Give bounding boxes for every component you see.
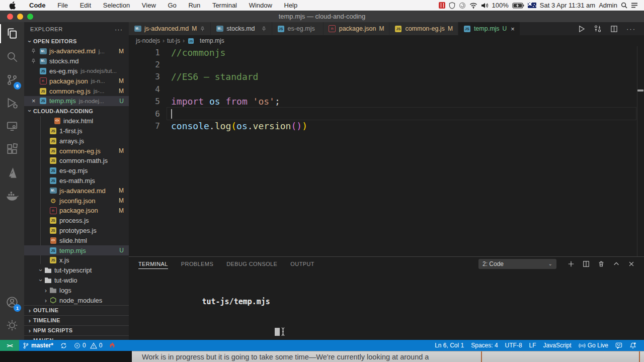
open-editor-item[interactable]: × js-advanced.md j... M xyxy=(24,46,129,56)
language-mode[interactable]: JavaScript xyxy=(540,340,575,351)
tree-item[interactable]: slide.html xyxy=(24,235,129,245)
sidebar-section-header[interactable]: TIMELINE xyxy=(24,315,129,325)
menu-item[interactable]: Run xyxy=(183,2,205,9)
tree-item[interactable]: logs xyxy=(24,285,129,295)
go-live-button[interactable]: Go Live xyxy=(575,340,612,351)
editor-tab[interactable]: package.json M × xyxy=(324,22,390,35)
open-editor-item[interactable]: × temp.mjs js-nodej... U xyxy=(24,96,129,106)
remote-indicator[interactable]: >< xyxy=(0,340,19,351)
menubar-user[interactable]: Admin xyxy=(599,2,617,9)
open-editors-header[interactable]: OPEN EDITORS xyxy=(24,36,129,46)
code-line[interactable]: console . log ( os . version xyxy=(129,120,644,132)
workspace-folder-header[interactable]: CLOUD-AND-CODING xyxy=(24,106,129,116)
code-line[interactable]: //commonjs xyxy=(129,46,644,58)
explorer-more-actions-icon[interactable]: ··· xyxy=(115,26,123,33)
feedback-icon[interactable] xyxy=(612,340,626,351)
panel-tab[interactable]: PROBLEMS xyxy=(181,257,213,270)
editor-tab[interactable]: common-eg.js M × xyxy=(389,22,458,35)
screen-record-icon[interactable] xyxy=(439,2,445,10)
spotlight-search-icon[interactable] xyxy=(621,2,627,10)
split-editor-icon[interactable] xyxy=(610,25,618,33)
tree-item[interactable]: x.js xyxy=(24,255,129,265)
code-editor[interactable]: //commonjs //ES6 — standard xyxy=(129,46,644,256)
tree-item[interactable]: common-math.js xyxy=(24,156,129,166)
code-line[interactable]: //ES6 — standard xyxy=(129,71,644,83)
sidebar-section-header[interactable]: MAVEN xyxy=(24,335,129,340)
breadcrumb-item[interactable]: tut-js xyxy=(167,37,180,44)
sync-changes-button[interactable] xyxy=(57,340,70,351)
volume-icon[interactable] xyxy=(481,2,489,10)
azure-icon[interactable] xyxy=(0,161,24,184)
indentation-setting[interactable]: Spaces: 4 xyxy=(467,340,501,351)
editor-tab[interactable]: stocks.md × xyxy=(211,22,272,35)
extensions-icon[interactable] xyxy=(0,138,24,161)
menu-item[interactable]: Window xyxy=(244,2,277,9)
problems-status[interactable]: 0 0 xyxy=(70,340,106,351)
open-editor-item[interactable]: × stocks.md xyxy=(24,56,129,66)
notification-center-icon[interactable] xyxy=(631,2,638,10)
breadcrumb-file[interactable]: temp.mjs xyxy=(187,37,224,45)
menu-item[interactable]: View xyxy=(137,2,161,9)
close-tab-icon[interactable]: × xyxy=(511,25,515,33)
apple-menu-icon[interactable] xyxy=(9,2,17,10)
close-editor-icon[interactable]: × xyxy=(31,97,36,105)
editor-tab[interactable]: es-eg.mjs × xyxy=(272,22,324,35)
tree-item[interactable]: tut-wdio xyxy=(24,276,129,286)
tree-item[interactable]: index.html xyxy=(24,116,129,126)
tree-item[interactable]: temp.mjs U xyxy=(24,245,129,255)
tree-item[interactable]: prototypes.js xyxy=(24,226,129,236)
wifi-icon[interactable] xyxy=(469,2,477,10)
search-icon[interactable] xyxy=(0,45,24,68)
code-line[interactable] xyxy=(129,83,644,95)
menu-item[interactable]: Selection xyxy=(98,2,135,9)
settings-gear-icon[interactable] xyxy=(0,314,24,337)
open-editor-item[interactable]: × common-eg.js js-... M xyxy=(24,86,129,96)
code-line[interactable] xyxy=(129,58,644,70)
run-file-icon[interactable] xyxy=(578,25,585,33)
kill-terminal-icon[interactable] xyxy=(598,260,605,267)
tree-item[interactable]: process.js xyxy=(24,216,129,226)
source-control-icon[interactable]: 6 xyxy=(0,68,24,92)
open-editor-item[interactable]: × es-eg.mjs js-nodejs/tut... xyxy=(24,66,129,76)
tree-item[interactable]: package.json M xyxy=(24,206,129,216)
terminal-selector-dropdown[interactable]: 2: Code ⌄ xyxy=(478,259,556,269)
input-language-flag-icon[interactable] xyxy=(528,2,536,10)
split-terminal-icon[interactable] xyxy=(583,260,590,267)
cursor-position[interactable]: Ln 6, Col 1 xyxy=(431,340,467,351)
menu-item[interactable]: File xyxy=(52,2,73,9)
tree-item[interactable]: es-math.mjs xyxy=(24,176,129,186)
breadcrumb-item[interactable]: js-nodejs xyxy=(136,37,160,44)
sidebar-section-header[interactable]: OUTLINE xyxy=(24,305,129,315)
minimize-window-button[interactable] xyxy=(17,14,23,20)
open-editor-item[interactable]: × package.json js-n... M xyxy=(24,76,129,86)
menu-item[interactable]: Edit xyxy=(75,2,96,9)
maximize-panel-icon[interactable] xyxy=(613,260,620,267)
close-panel-icon[interactable] xyxy=(628,260,635,267)
tree-item[interactable]: js-advanced.md M xyxy=(24,186,129,196)
tree-item[interactable]: arrays.js xyxy=(24,136,129,146)
code-line[interactable] xyxy=(129,108,644,120)
git-branch-status[interactable]: master* xyxy=(19,340,57,351)
explorer-icon[interactable] xyxy=(0,22,24,45)
remote-explorer-icon[interactable] xyxy=(0,115,24,138)
close-window-button[interactable] xyxy=(7,14,13,20)
editor-tab[interactable]: js-advanced.md M × xyxy=(129,22,211,35)
menubar-clock[interactable]: Sat 3 Apr 11:31 am xyxy=(540,2,595,9)
docker-icon[interactable] xyxy=(0,184,24,207)
more-actions-icon[interactable]: ··· xyxy=(626,25,636,33)
panel-tab[interactable]: DEBUG CONSOLE xyxy=(226,257,277,270)
run-or-debug-icon[interactable] xyxy=(594,25,602,33)
panel-tab[interactable]: TERMINAL xyxy=(138,257,168,270)
scrollbar-thumb[interactable] xyxy=(637,89,643,92)
tree-item[interactable]: es-eg.mjs xyxy=(24,166,129,176)
flame-extension-icon[interactable] xyxy=(106,340,119,351)
new-terminal-icon[interactable] xyxy=(568,260,575,267)
sidebar-section-header[interactable]: NPM SCRIPTS xyxy=(24,325,129,335)
backup-icon[interactable] xyxy=(459,2,466,10)
tree-item[interactable]: node_modules xyxy=(24,295,129,305)
tree-item[interactable]: tut-typescript xyxy=(24,265,129,276)
menu-item[interactable]: Code xyxy=(24,2,51,9)
security-shield-icon[interactable] xyxy=(449,2,455,10)
editor-tab[interactable]: temp.mjs U × xyxy=(458,22,520,35)
tree-item[interactable]: common-eg.js M xyxy=(24,146,129,156)
